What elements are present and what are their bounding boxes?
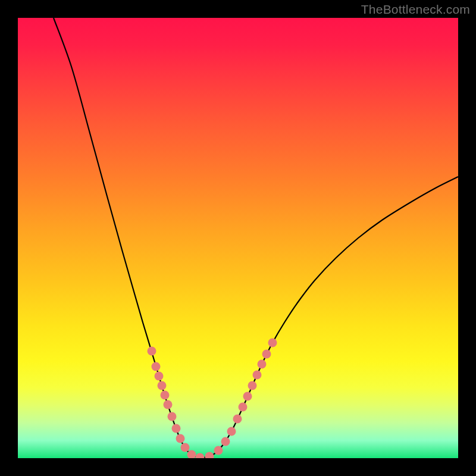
curve-dot (248, 381, 257, 390)
bottleneck-curve (54, 18, 458, 458)
curve-dot (221, 437, 230, 446)
chart-frame: TheBottleneck.com (0, 0, 476, 476)
curve-dot (158, 381, 167, 390)
curve-dot (205, 452, 214, 459)
curve-dot (258, 360, 267, 369)
curve-dot (155, 372, 164, 381)
curve-dot (148, 347, 156, 356)
curve-dot (181, 443, 190, 452)
curve-dot (161, 391, 170, 400)
curve-dot (172, 424, 181, 433)
curve-dot (262, 350, 271, 359)
curve-dot (168, 412, 177, 421)
chart-svg (18, 18, 458, 458)
curve-dot (243, 392, 252, 401)
curve-dot (164, 400, 173, 409)
curve-dot (268, 339, 277, 347)
curve-dot (176, 434, 185, 443)
curve-dot (227, 427, 236, 436)
curve-dots (148, 339, 277, 459)
curve-dot (152, 362, 161, 371)
curve-dot (233, 415, 242, 424)
curve-dot (239, 403, 248, 412)
watermark-text: TheBottleneck.com (361, 2, 470, 17)
curve-dot (253, 371, 262, 380)
plot-area (18, 18, 458, 458)
curve-dot (196, 453, 205, 459)
curve-dot (214, 446, 223, 455)
